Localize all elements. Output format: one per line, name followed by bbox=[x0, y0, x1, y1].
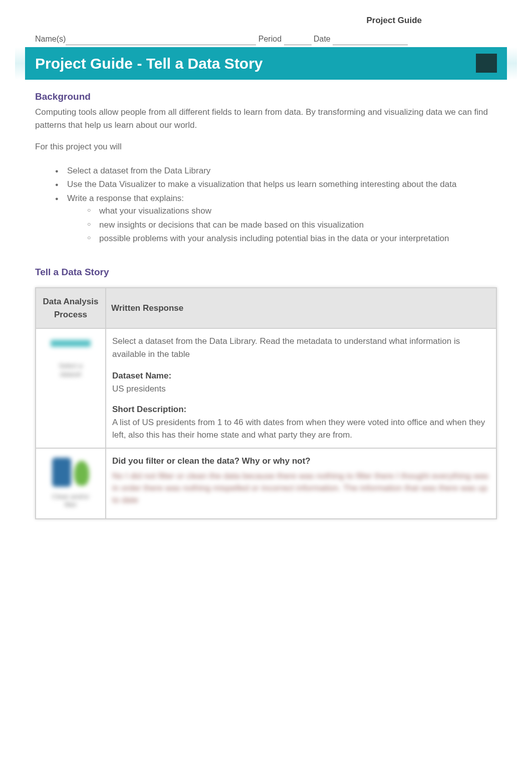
sub-bullets: what your visualizations show new insigh… bbox=[87, 205, 497, 245]
sub-bullet-item: possible problems with your analysis inc… bbox=[87, 232, 497, 245]
row2-question: Did you filter or clean the data? Why or… bbox=[112, 455, 490, 468]
bullet-item: Select a dataset from the Data Library bbox=[55, 164, 497, 177]
row2-blurred-answer: No I did not filter or clean the data be… bbox=[112, 470, 490, 506]
section2-heading: Tell a Data Story bbox=[35, 265, 497, 280]
project-bullets: Select a dataset from the Data Library U… bbox=[55, 164, 497, 245]
bullet-text: Write a response that explains: bbox=[67, 193, 184, 203]
date-field-line[interactable] bbox=[333, 37, 408, 45]
doc-label: Project Guide bbox=[35, 14, 497, 27]
bullet-item: Use the Data Visualizer to make a visual… bbox=[55, 178, 497, 191]
desc-label: Short Description: bbox=[112, 403, 490, 416]
background-heading: Background bbox=[35, 90, 497, 104]
col1-header: Data Analysis Process bbox=[36, 288, 106, 328]
table-row: Clean and/or filter Did you filter or cl… bbox=[36, 448, 496, 519]
sub-bullet-item: what your visualizations show bbox=[87, 205, 497, 218]
date-label: Date bbox=[314, 35, 331, 43]
names-label: Name(s) bbox=[35, 35, 66, 43]
background-p1: Computing tools allow people from all di… bbox=[35, 106, 497, 131]
period-label: Period bbox=[258, 35, 282, 43]
process-image-2: Clean and/or filter bbox=[46, 458, 96, 510]
period-field-line[interactable] bbox=[284, 37, 312, 45]
process-image-1: Select a dataset bbox=[48, 340, 93, 379]
desc-value: A list of US presidents from 1 to 46 wit… bbox=[112, 416, 490, 442]
dataset-name-value: US presidents bbox=[112, 382, 490, 396]
img1-caption: Select a dataset bbox=[48, 362, 93, 379]
sub-bullet-item: new insights or decisions that can be ma… bbox=[87, 219, 497, 232]
row1-intro: Select a dataset from the Data Library. … bbox=[112, 335, 490, 360]
title-banner: Project Guide - Tell a Data Story bbox=[25, 47, 507, 80]
form-line: Name(s) Period Date bbox=[35, 33, 497, 47]
bullet-item: Write a response that explains: what you… bbox=[55, 192, 497, 245]
banner-dark-box bbox=[476, 54, 497, 73]
banner-title: Project Guide - Tell a Data Story bbox=[35, 52, 263, 75]
col2-header: Written Response bbox=[106, 288, 496, 328]
data-story-table: Data Analysis Process Written Response S… bbox=[35, 287, 497, 519]
names-field-line[interactable] bbox=[66, 37, 256, 45]
img2-caption: Clean and/or filter bbox=[46, 493, 96, 510]
table-row: Select a dataset Select a dataset from t… bbox=[36, 328, 496, 448]
banner-wrap: Project Guide - Tell a Data Story bbox=[15, 47, 517, 80]
dataset-name-label: Dataset Name: bbox=[112, 369, 490, 382]
background-p2: For this project you will bbox=[35, 140, 497, 153]
